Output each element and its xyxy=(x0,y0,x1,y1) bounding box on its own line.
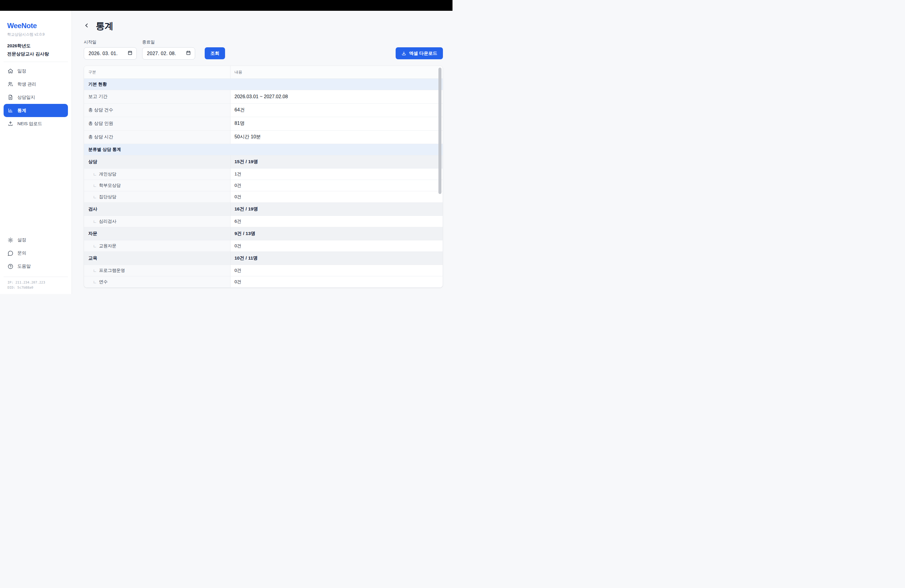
sidebar-footer-divider xyxy=(3,277,68,277)
row-value-cell: 50시간 10분 xyxy=(230,130,443,144)
row-label-cell: 교육 xyxy=(84,251,230,265)
sidebar-item-inquiry[interactable]: 문의 xyxy=(3,247,68,260)
row-label-cell: ∟교원자문 xyxy=(84,240,230,251)
main-content: 통계 시작일 2026. 03. 01. 종료일 2027. 02. 08. xyxy=(72,11,452,294)
sidebar: WeeNote 학교상담시스템 v2.0.9 2026학년도 전문상담교사 김사… xyxy=(0,11,72,294)
table-data-row: 총 상담 시간50시간 10분 xyxy=(84,130,443,144)
row-label-cell: 검사 xyxy=(84,202,230,216)
sidebar-item-label: 설정 xyxy=(17,237,26,243)
row-value-cell: 0건 xyxy=(230,276,443,288)
sidebar-item-schedule[interactable]: 일정 xyxy=(3,64,68,78)
table-category-row: 자문9건 / 13명 xyxy=(84,227,443,240)
table-section-row: 분류별 상담 통계 xyxy=(84,144,443,155)
ip-address: IP: 211.234.207.223 xyxy=(8,280,64,285)
table-category-row: 검사16건 / 19명 xyxy=(84,202,443,216)
sidebar-divider xyxy=(3,62,68,62)
sidebar-item-statistics[interactable]: 통계 xyxy=(3,104,68,117)
sub-row-prefix: ∟ xyxy=(93,183,97,188)
upload-icon xyxy=(8,121,13,127)
row-value-cell: 2026.03.01 ~ 2027.02.08 xyxy=(230,90,443,103)
sidebar-item-neis-upload[interactable]: NEIS 업로드 xyxy=(3,117,68,130)
sidebar-item-label: 도움말 xyxy=(17,264,30,269)
row-label-cell: 보고 기간 xyxy=(84,90,230,103)
sidebar-item-label: 학생 관리 xyxy=(17,81,36,87)
row-value-cell: 0건 xyxy=(230,265,443,276)
section-header-cell: 분류별 상담 통계 xyxy=(84,144,443,155)
row-value-cell: 64건 xyxy=(230,103,443,117)
search-button[interactable]: 조회 xyxy=(205,47,225,59)
row-value-cell: 9건 / 13명 xyxy=(230,227,443,240)
table-section-row: 기본 현황 xyxy=(84,78,443,90)
sidebar-item-label: 통계 xyxy=(17,108,26,113)
table-data-row: 총 상담 인원81명 xyxy=(84,117,443,130)
sidebar-item-students[interactable]: 학생 관리 xyxy=(3,78,68,91)
row-value-cell: 16건 / 19명 xyxy=(230,202,443,216)
end-date-input[interactable]: 2027. 02. 08. xyxy=(142,47,195,60)
row-label-cell: 상담 xyxy=(84,155,230,168)
sidebar-nav: 일정학생 관리상담일지통계NEIS 업로드 xyxy=(0,64,71,130)
home-icon xyxy=(8,68,13,74)
statistics-table-card: 구분 내용 기본 현황보고 기간2026.03.01 ~ 2027.02.08총… xyxy=(84,65,443,288)
help-icon xyxy=(8,264,13,269)
row-label-cell: ∟프로그램운영 xyxy=(84,265,230,276)
row-label-cell: 총 상담 시간 xyxy=(84,130,230,144)
table-data-row: 총 상담 건수64건 xyxy=(84,103,443,117)
sidebar-footer-nav: 설정문의도움말 xyxy=(0,234,71,273)
table-category-row: 상담15건 / 19명 xyxy=(84,155,443,168)
chat-icon xyxy=(8,250,13,256)
row-label-cell: ∟집단상담 xyxy=(84,191,230,202)
calendar-icon[interactable] xyxy=(186,50,191,57)
back-button[interactable] xyxy=(84,22,92,30)
device-id: DID: 5c7b88a0 xyxy=(8,285,64,291)
document-icon xyxy=(8,94,13,100)
sub-row-prefix: ∟ xyxy=(93,244,97,248)
sidebar-item-label: 상담일지 xyxy=(17,95,35,100)
sub-row-prefix: ∟ xyxy=(93,268,97,273)
table-sub-row: ∟심리검사6건 xyxy=(84,216,443,227)
table-header-row: 구분 내용 xyxy=(84,66,443,78)
table-category-row: 교육10건 / 11명 xyxy=(84,251,443,265)
top-black-bar xyxy=(0,0,452,11)
table-sub-row: ∟집단상담0건 xyxy=(84,191,443,202)
row-value-cell: 1건 xyxy=(230,168,443,180)
row-value-cell: 0건 xyxy=(230,191,443,202)
sidebar-item-help[interactable]: 도움말 xyxy=(3,260,68,273)
bar-chart-icon xyxy=(8,108,13,113)
calendar-icon[interactable] xyxy=(127,50,133,57)
table-sub-row: ∟교원자문0건 xyxy=(84,240,443,251)
row-value-cell: 81명 xyxy=(230,117,443,130)
excel-download-label: 엑셀 다운로드 xyxy=(409,51,437,56)
sidebar-footer: 설정문의도움말 IP: 211.234.207.223 DID: 5c7b88a… xyxy=(0,234,71,294)
chevron-left-icon xyxy=(84,22,90,30)
column-header-content: 내용 xyxy=(230,66,443,78)
table-sub-row: ∟프로그램운영0건 xyxy=(84,265,443,276)
row-value-cell: 0건 xyxy=(230,240,443,251)
row-value-cell: 6건 xyxy=(230,216,443,227)
row-label-cell: ∟심리검사 xyxy=(84,216,230,227)
sub-row-prefix: ∟ xyxy=(93,219,97,224)
users-icon xyxy=(8,81,13,87)
row-label-cell: 자문 xyxy=(84,227,230,240)
statistics-table: 구분 내용 기본 현황보고 기간2026.03.01 ~ 2027.02.08총… xyxy=(84,66,443,288)
section-header-cell: 기본 현황 xyxy=(84,78,443,90)
row-label-cell: 총 상담 인원 xyxy=(84,117,230,130)
table-scrollbar-track[interactable] xyxy=(438,67,442,287)
row-value-cell: 0건 xyxy=(230,180,443,191)
page-title: 통계 xyxy=(96,20,113,32)
row-label-cell: 총 상담 건수 xyxy=(84,103,230,117)
end-date-value: 2027. 02. 08. xyxy=(147,51,176,56)
row-value-cell: 10건 / 11명 xyxy=(230,251,443,265)
excel-download-button[interactable]: 엑셀 다운로드 xyxy=(395,47,443,59)
sidebar-item-counseling-log[interactable]: 상담일지 xyxy=(3,91,68,104)
sidebar-item-settings[interactable]: 설정 xyxy=(3,234,68,247)
start-date-input[interactable]: 2026. 03. 01. xyxy=(84,47,137,60)
app-logo: WeeNote xyxy=(7,22,64,30)
table-sub-row: ∟학부모상담0건 xyxy=(84,180,443,191)
column-header-category: 구분 xyxy=(84,66,230,78)
download-icon xyxy=(401,51,406,56)
school-year: 2026학년도 xyxy=(7,43,64,49)
table-scrollbar-thumb[interactable] xyxy=(438,68,441,194)
start-date-label: 시작일 xyxy=(84,40,137,45)
start-date-value: 2026. 03. 01. xyxy=(89,51,117,56)
sidebar-item-label: NEIS 업로드 xyxy=(17,121,42,127)
